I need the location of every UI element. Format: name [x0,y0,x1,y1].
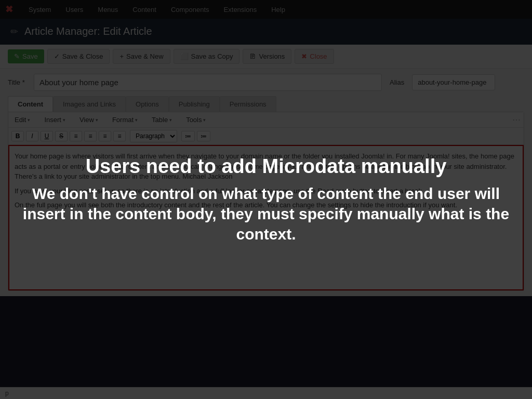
overlay: Users need to add Microdata manually We … [0,0,532,399]
overlay-title: Users need to add Microdata manually [75,155,457,179]
overlay-subtitle: We don't have control on what type of co… [0,183,532,244]
